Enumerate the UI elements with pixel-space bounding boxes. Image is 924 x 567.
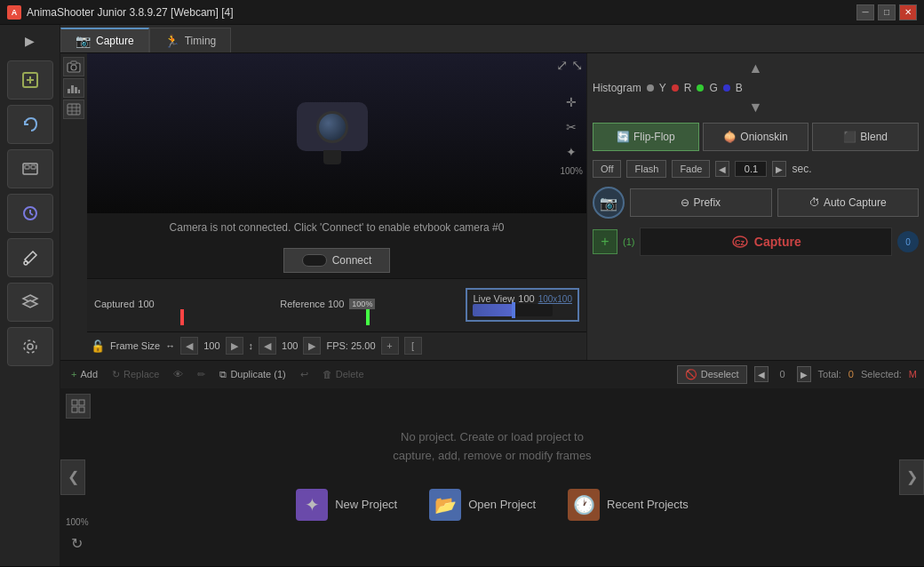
- new-project-icon: ✦: [296, 489, 328, 521]
- tool-settings[interactable]: [7, 327, 53, 366]
- tool-view[interactable]: [7, 149, 53, 188]
- content-area: 📷 Capture 🏃 Timing ⤢ ⤡: [60, 25, 924, 566]
- auto-capture-icon: ⏱: [809, 196, 820, 209]
- replace-label: Replace: [123, 369, 159, 379]
- flash-increase[interactable]: ▶: [772, 161, 786, 177]
- nav-next-button[interactable]: ▶: [797, 366, 811, 382]
- duplicate-button[interactable]: ⧉ Duplicate (1): [216, 367, 289, 382]
- plus-button[interactable]: +: [593, 229, 617, 254]
- add-button[interactable]: + Add: [68, 367, 101, 381]
- tool-add-frame[interactable]: [7, 60, 53, 100]
- fade-button[interactable]: Fade: [672, 160, 710, 178]
- reference-slider-group: Reference 100 100%: [280, 299, 458, 311]
- brush-button[interactable]: ✏: [194, 367, 209, 382]
- thumb-camera[interactable]: [63, 57, 84, 76]
- thumb-grid[interactable]: [63, 100, 84, 119]
- frame-nav-right[interactable]: ❯: [899, 459, 924, 495]
- titlebar-title: AnimaShooter Junior 3.8.9.27 [Webcam] [4…: [27, 6, 234, 19]
- new-project-button[interactable]: ✦ New Project: [287, 483, 406, 526]
- reference-label: Reference 100: [280, 299, 344, 309]
- camera-controls: ✛ ✂ ✦ 100%: [560, 92, 583, 176]
- timing-tab-label: Timing: [185, 35, 217, 47]
- expand-icon[interactable]: ⤢: [556, 57, 568, 74]
- sec-label: sec.: [792, 163, 811, 175]
- histogram-row: Histogram Y R G B: [593, 78, 919, 98]
- thumb-histogram[interactable]: [63, 78, 84, 98]
- minimize-button[interactable]: ─: [856, 4, 874, 20]
- refresh-button[interactable]: ↻: [66, 532, 87, 554]
- flip-flop-button[interactable]: 🔄 Flip-Flop: [593, 123, 699, 151]
- tab-bar: 📷 Capture 🏃 Timing: [60, 25, 924, 53]
- scissors-icon[interactable]: ✂: [561, 116, 582, 138]
- undo-button[interactable]: ↩: [297, 367, 312, 382]
- frame-size-label: Frame Size: [110, 340, 160, 351]
- new-project-label: New Project: [335, 498, 397, 511]
- frame-w-increase[interactable]: ▶: [226, 337, 243, 355]
- onionskin-button[interactable]: 🧅 Onionskin: [703, 123, 809, 151]
- fps-bracket[interactable]: [: [404, 337, 422, 355]
- flash-button[interactable]: Flash: [626, 160, 666, 178]
- tool-undo[interactable]: [7, 105, 53, 144]
- webcam-lens: [316, 111, 348, 143]
- total-label: Total:: [818, 369, 841, 379]
- tab-capture[interactable]: 📷 Capture: [60, 28, 149, 52]
- camera-section: ⤢ ⤡: [60, 53, 586, 360]
- frame-h-increase[interactable]: ▶: [303, 337, 321, 355]
- plus-ctrl-icon[interactable]: ✛: [561, 92, 582, 113]
- webcam-area: ✛ ✂ ✦ 100%: [87, 53, 586, 213]
- grid-button[interactable]: [66, 394, 91, 419]
- hist-dot-y: [647, 84, 654, 92]
- svg-point-12: [28, 344, 33, 349]
- connect-button[interactable]: Connect: [283, 248, 391, 273]
- toolbar-expand-button[interactable]: ▶: [14, 28, 46, 53]
- live-view-label: Live View: [473, 293, 514, 304]
- tool-layers[interactable]: [7, 283, 53, 322]
- frame-w-decrease[interactable]: ◀: [180, 337, 198, 355]
- panel-arrow-up[interactable]: ▲: [593, 59, 919, 78]
- move-icon[interactable]: ✦: [561, 141, 582, 163]
- plus-icon: +: [601, 234, 609, 250]
- tab-timing[interactable]: 🏃 Timing: [149, 28, 232, 52]
- capture-count: 0: [897, 231, 919, 252]
- fps-add[interactable]: +: [381, 337, 399, 355]
- capture-row: 📷 ⊖ Prefix ⏱ Auto Capture: [593, 187, 919, 219]
- panel-arrow-down[interactable]: ▼: [593, 98, 919, 117]
- open-project-button[interactable]: 📂 Open Project: [420, 483, 545, 526]
- frame-nav-left[interactable]: ❮: [60, 459, 85, 495]
- svg-rect-30: [72, 407, 77, 412]
- frame-h-decrease[interactable]: ◀: [259, 337, 276, 355]
- live-view-slider-bar[interactable]: [473, 304, 553, 316]
- tool-clock[interactable]: [7, 194, 53, 233]
- flash-decrease[interactable]: ◀: [715, 161, 729, 177]
- shrink-icon[interactable]: ⤡: [571, 57, 583, 74]
- recent-projects-button[interactable]: 🕐 Recent Projects: [559, 483, 697, 526]
- replace-button[interactable]: ↻ Replace: [108, 367, 163, 382]
- capture-main-button[interactable]: Cz Capture: [640, 228, 892, 256]
- capture-main-row: + (1) Cz Capture 0: [593, 228, 919, 256]
- capture-main-label: Capture: [754, 235, 801, 249]
- duplicate-label: Duplicate (1): [230, 369, 285, 379]
- off-button[interactable]: Off: [593, 160, 621, 178]
- close-button[interactable]: ✕: [899, 4, 917, 20]
- auto-capture-button[interactable]: ⏱ Auto Capture: [777, 188, 920, 217]
- zoom-label: 100%: [66, 517, 89, 527]
- nav-prev-button[interactable]: ◀: [754, 366, 769, 382]
- frame-w-value: 100: [203, 340, 219, 351]
- webcam-stand: [323, 150, 341, 164]
- flash-value-input[interactable]: [735, 161, 767, 177]
- thumbnail-strip: [60, 53, 87, 360]
- tool-dropper[interactable]: [7, 238, 53, 277]
- flip-flop-icon: 🔄: [617, 131, 630, 143]
- camera-round-button[interactable]: 📷: [593, 187, 625, 219]
- deselect-button[interactable]: 🚫 Deselect: [677, 365, 747, 384]
- app-logo: A: [7, 5, 21, 20]
- maximize-button[interactable]: □: [878, 4, 896, 20]
- capture-tab-label: Capture: [96, 35, 134, 47]
- eye-button[interactable]: 👁: [170, 367, 187, 381]
- delete-button[interactable]: 🗑 Delete: [319, 367, 368, 381]
- svg-rect-16: [71, 61, 76, 64]
- prefix-button[interactable]: ⊖ Prefix: [630, 188, 772, 217]
- blend-icon: ⬛: [843, 131, 856, 143]
- bottom-controls: ≡ 🔓 Frame Size ↔ ◀ 100 ▶ ↕ ◀ 100 ▶ FPS: …: [60, 331, 586, 360]
- blend-button[interactable]: ⬛ Blend: [812, 123, 919, 151]
